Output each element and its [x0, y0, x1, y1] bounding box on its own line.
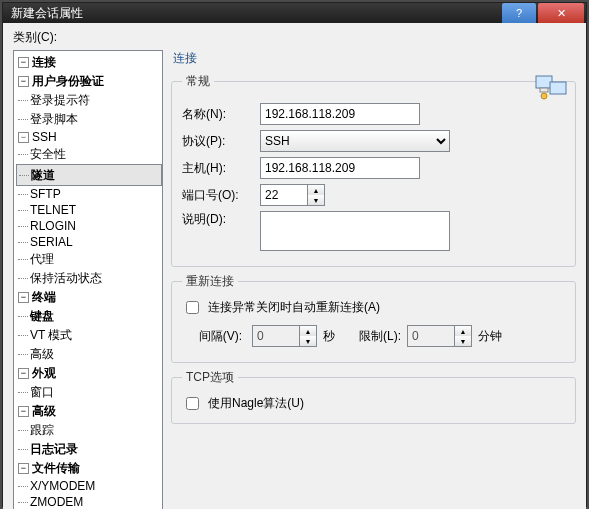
close-button[interactable]: ✕ [538, 3, 584, 23]
protocol-label: 协议(P): [182, 133, 260, 150]
protocol-select[interactable]: SSH [260, 130, 450, 152]
general-legend: 常规 [182, 73, 214, 90]
tree-item-label: 高级 [32, 403, 56, 420]
tree-item[interactable]: 日志记录 [16, 440, 162, 459]
connection-icon [534, 72, 570, 106]
tree-item-label: 窗口 [30, 384, 54, 401]
spin-down-icon[interactable]: ▼ [300, 336, 316, 346]
tree-item-label: 高级 [30, 346, 54, 363]
dialog-body: 类别(C): −连接−用户身份验证登录提示符登录脚本−SSH安全性隧道SFTPT… [3, 23, 586, 509]
expand-icon[interactable]: − [18, 368, 29, 379]
tree-item[interactable]: 高级 [16, 345, 162, 364]
tree-item-label: 外观 [32, 365, 56, 382]
spin-up-icon[interactable]: ▲ [300, 326, 316, 336]
tree-item[interactable]: −外观 [16, 364, 162, 383]
tree-item[interactable]: 登录提示符 [16, 91, 162, 110]
limit-spinner[interactable]: ▲▼ [407, 325, 472, 347]
tcp-legend: TCP选项 [182, 369, 238, 386]
tree-item-label: 用户身份验证 [32, 73, 104, 90]
panel-title: 连接 [171, 50, 576, 67]
svg-rect-3 [540, 88, 548, 92]
window-title: 新建会话属性 [3, 5, 502, 22]
tree-item-label: 跟踪 [30, 422, 54, 439]
tree-item-label: 键盘 [30, 308, 54, 325]
tree-item-label: SFTP [30, 187, 61, 201]
expand-icon[interactable]: − [18, 292, 29, 303]
tree-item-label: 文件传输 [32, 460, 80, 477]
limit-input[interactable] [407, 325, 455, 347]
tree-item[interactable]: SFTP [16, 186, 162, 202]
tree-item-label: 代理 [30, 251, 54, 268]
tree-item[interactable]: X/YMODEM [16, 478, 162, 494]
tree-item[interactable]: −终端 [16, 288, 162, 307]
port-input[interactable] [260, 184, 308, 206]
tree-item[interactable]: SERIAL [16, 234, 162, 250]
minutes-label: 分钟 [478, 328, 502, 345]
tree-item[interactable]: −高级 [16, 402, 162, 421]
tree-item-label: SSH [32, 130, 57, 144]
svg-rect-1 [550, 82, 566, 94]
reconnect-group: 重新连接 连接异常关闭时自动重新连接(A) 间隔(V): ▲▼ 秒 限制(L): [171, 273, 576, 363]
port-label: 端口号(O): [182, 187, 260, 204]
category-label: 类别(C): [13, 29, 576, 46]
tree-item[interactable]: 登录脚本 [16, 110, 162, 129]
tree-item-label: 登录脚本 [30, 111, 78, 128]
tree-item-label: 连接 [32, 54, 56, 71]
tree-item[interactable]: −用户身份验证 [16, 72, 162, 91]
svg-point-2 [541, 93, 547, 99]
interval-label: 间隔(V): [182, 328, 242, 345]
desc-label: 说明(D): [182, 211, 260, 228]
expand-icon[interactable]: − [18, 76, 29, 87]
tree-item[interactable]: VT 模式 [16, 326, 162, 345]
expand-icon[interactable]: − [18, 463, 29, 474]
tcp-group: TCP选项 使用Nagle算法(U) [171, 369, 576, 424]
category-tree[interactable]: −连接−用户身份验证登录提示符登录脚本−SSH安全性隧道SFTPTELNETRL… [13, 50, 163, 509]
tree-item[interactable]: RLOGIN [16, 218, 162, 234]
tree-item-label: VT 模式 [30, 327, 72, 344]
spin-up-icon[interactable]: ▲ [455, 326, 471, 336]
expand-icon[interactable]: − [18, 57, 29, 68]
tree-item[interactable]: −连接 [16, 53, 162, 72]
tree-item[interactable]: 跟踪 [16, 421, 162, 440]
tree-item[interactable]: ZMODEM [16, 494, 162, 509]
seconds-label: 秒 [323, 328, 335, 345]
spin-down-icon[interactable]: ▼ [308, 195, 324, 205]
titlebar[interactable]: 新建会话属性 ? ✕ [3, 3, 586, 23]
tree-item-label: 终端 [32, 289, 56, 306]
expand-icon[interactable]: − [18, 406, 29, 417]
host-input[interactable] [260, 157, 420, 179]
tree-item[interactable]: −文件传输 [16, 459, 162, 478]
tree-item-label: 保持活动状态 [30, 270, 102, 287]
general-group: 常规 名称(N): 协议(P): SSH [171, 73, 576, 267]
main-panel: 连接 常规 名称(N): 协议(P): SSH [171, 50, 576, 509]
nagle-checkbox[interactable] [186, 397, 199, 410]
auto-reconnect-label: 连接异常关闭时自动重新连接(A) [208, 299, 380, 316]
tree-item[interactable]: 安全性 [16, 145, 162, 164]
spin-down-icon[interactable]: ▼ [455, 336, 471, 346]
tree-item-label: 日志记录 [30, 441, 78, 458]
tree-item[interactable]: TELNET [16, 202, 162, 218]
host-label: 主机(H): [182, 160, 260, 177]
name-input[interactable] [260, 103, 420, 125]
tree-item[interactable]: 代理 [16, 250, 162, 269]
tree-item-label: 隧道 [31, 167, 55, 184]
auto-reconnect-checkbox[interactable] [186, 301, 199, 314]
interval-spinner[interactable]: ▲▼ [252, 325, 317, 347]
tree-item-label: SERIAL [30, 235, 73, 249]
tree-item[interactable]: 窗口 [16, 383, 162, 402]
tree-item[interactable]: 隧道 [16, 164, 162, 186]
spin-up-icon[interactable]: ▲ [308, 185, 324, 195]
tree-item-label: ZMODEM [30, 495, 83, 509]
help-button[interactable]: ? [502, 3, 536, 23]
interval-input[interactable] [252, 325, 300, 347]
expand-icon[interactable]: − [18, 132, 29, 143]
desc-input[interactable] [260, 211, 450, 251]
tree-item[interactable]: −SSH [16, 129, 162, 145]
tree-item[interactable]: 键盘 [16, 307, 162, 326]
tree-item[interactable]: 保持活动状态 [16, 269, 162, 288]
port-spinner[interactable]: ▲▼ [260, 184, 325, 206]
limit-label: 限制(L): [351, 328, 401, 345]
nagle-label: 使用Nagle算法(U) [208, 395, 304, 412]
tree-item-label: X/YMODEM [30, 479, 95, 493]
tree-item-label: 登录提示符 [30, 92, 90, 109]
